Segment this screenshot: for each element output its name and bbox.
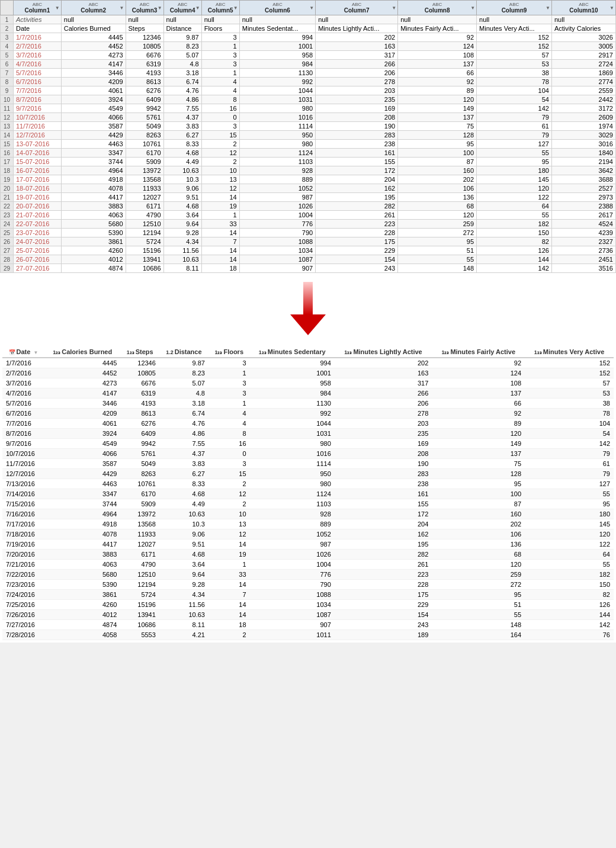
bottom-powerbi-table: 📅Date ▼ 1₂₃Calories Burned 1₂₃Steps 1.2D…	[0, 344, 616, 643]
table-row: 2018-07-20164078119339.06121052162106120…	[1, 184, 616, 193]
table-row: 31/7/20164445123469.873994202921523026	[1, 33, 616, 42]
table-row: 12/7/2016442982636.271595028312879	[2, 469, 614, 479]
table-row: 2523-07-20165390121949.28147902282721504…	[1, 229, 616, 237]
pbi-col-date[interactable]: 📅Date ▼	[2, 346, 44, 358]
pbi-header-row: 📅Date ▼ 1₂₃Calories Burned 1₂₃Steps 1.2D…	[2, 346, 614, 358]
col-header-9[interactable]: ABC Column9 ▼	[477, 1, 552, 15]
table-row: 1210/7/2016406657614.3701016208137792609	[1, 113, 616, 122]
table-row: 7/28/2016405855534.212101118916476	[2, 630, 614, 640]
row-1-activities: 1 Activities null null null null null nu…	[1, 15, 616, 24]
svg-rect-0	[303, 282, 313, 314]
col-header-7[interactable]: ABC Column7 ▼	[316, 1, 398, 15]
pbi-col-floors[interactable]: 1₂₃Floors	[208, 346, 250, 358]
table-row: 1816-07-201649641397210.6310928172160180…	[1, 166, 616, 175]
table-row: 8/7/2016392464094.868103123512054	[2, 429, 614, 439]
table-row: 7/17/201649181356810.313889204202145	[2, 519, 614, 529]
row-2-col-names: 2 Date Calories Burned Steps Distance Fl…	[1, 24, 616, 33]
column-header-row: ABC Column1 ▼ ABC Column2 ▼ ABC Column3 …	[1, 1, 616, 15]
table-row: 75/7/2016344641933.181113020666381869	[1, 69, 616, 78]
table-row: 2725-07-201642601519611.5614103422951126…	[1, 246, 616, 255]
table-row: 1311/7/2016358750493.833111419075611974	[1, 122, 616, 131]
pbi-col-sedentary[interactable]: 1₂₃Minutes Sedentary	[250, 346, 335, 358]
col-header-3[interactable]: ABC Column3 ▼	[126, 1, 163, 15]
col-header-1[interactable]: ABC Column1 ▼	[14, 1, 62, 15]
down-arrow-icon	[290, 279, 326, 338]
table-row: 9/7/2016454999427.5516980169149142	[2, 439, 614, 449]
table-row: 7/27/20164874106868.1118907243148142	[2, 620, 614, 630]
top-table-body: 31/7/20164445123469.87399420292152302642…	[1, 33, 616, 273]
table-row: 2826-07-201640121394110.6314108715455144…	[1, 255, 616, 264]
arrow-section	[0, 273, 616, 344]
table-row: 7/21/2016406347903.641100426112055	[2, 560, 614, 570]
table-row: 53/7/2016427366765.073958317108572917	[1, 51, 616, 60]
table-row: 2220-07-2016388361714.681910262826864238…	[1, 202, 616, 211]
table-row: 7/15/2016374459094.49211031558795	[2, 499, 614, 509]
table-row: 7/23/20165390121949.2814790228272150	[2, 580, 614, 590]
table-row: 11/7/2016358750493.83311141907561	[2, 459, 614, 469]
table-row: 42/7/20164452108058.23110011631241523005	[1, 42, 616, 51]
table-row: 1715-07-2016374459094.492110315587952194	[1, 158, 616, 166]
pbi-col-distance[interactable]: 1.2Distance	[159, 346, 208, 358]
table-row: 64/7/2016414763194.83984266137532724	[1, 60, 616, 69]
table-row: 4/7/2016414763194.8398426613753	[2, 388, 614, 399]
table-row: 108/7/2016392464094.8681031235120542442	[1, 95, 616, 104]
table-row: 5/7/2016344641933.18111302066638	[2, 399, 614, 409]
col-header-6[interactable]: ABC Column6 ▼	[239, 1, 315, 15]
table-row: 7/14/2016334761704.6812112416110055	[2, 489, 614, 499]
table-row: 1917-07-201649181356810.3138892042021453…	[1, 175, 616, 184]
svg-marker-1	[290, 314, 326, 335]
col-header-8[interactable]: ABC Column8 ▼	[398, 1, 477, 15]
col-header-4[interactable]: ABC Column4 ▼	[163, 1, 201, 15]
table-row: 7/22/20165680125109.6433776223259182	[2, 570, 614, 580]
excel-table: ABC Column1 ▼ ABC Column2 ▼ ABC Column3 …	[0, 0, 616, 273]
table-row: 2927-07-20164874106868.11189072431481423…	[1, 264, 616, 273]
table-row: 7/20/2016388361714.681910262826864	[2, 550, 614, 560]
col-header-5[interactable]: ABC Column5 ▼	[201, 1, 239, 15]
table-row: 2119-07-20164417120279.51149871951361222…	[1, 193, 616, 202]
table-row: 3/7/2016427366765.07395831710857	[2, 378, 614, 388]
table-row: 86/7/2016420986136.74499227892782774	[1, 78, 616, 86]
table-row: 1412/7/2016442982636.2715950283128793029	[1, 131, 616, 140]
table-row: 7/13/20164463107618.33298023895127	[2, 479, 614, 489]
table-row: 1/7/20164445123469.87399420292152	[2, 358, 614, 368]
table-row: 2321-07-2016406347903.641100426112055261…	[1, 211, 616, 220]
table-row: 7/7/2016406162764.764104420389104	[2, 419, 614, 429]
col-header-2[interactable]: ABC Column2 ▼	[61, 1, 126, 15]
top-spreadsheet: ABC Column1 ▼ ABC Column2 ▼ ABC Column3 …	[0, 0, 616, 273]
table-row: 7/24/2016386157244.34710881759582	[2, 590, 614, 600]
pbi-table-body: 1/7/20164445123469.873994202921522/7/201…	[2, 358, 614, 640]
table-row: 7/19/20164417120279.5114987195136122	[2, 539, 614, 550]
col-header-10[interactable]: ABC Column10 ▼	[551, 1, 615, 15]
table-row: 2/7/20164452108058.2311001163124152	[2, 368, 614, 378]
table-row: 7/16/201649641397210.6310928172160180	[2, 509, 614, 519]
pbi-col-lightly-active[interactable]: 1₂₃Minutes Lightly Active	[335, 346, 432, 358]
table-row: 119/7/2016454999427.55169801691491423172	[1, 104, 616, 113]
table-row: 7/25/201642601519611.5614103422951126	[2, 600, 614, 610]
table-row: 97/7/2016406162764.7641044203891042559	[1, 86, 616, 95]
table-row: 10/7/2016406657614.370101620813779	[2, 449, 614, 459]
powerbi-data-table: 📅Date ▼ 1₂₃Calories Burned 1₂₃Steps 1.2D…	[2, 346, 614, 640]
table-row: 1513-07-20164463107618.33298023895127301…	[1, 140, 616, 149]
pbi-col-calories-burned[interactable]: 1₂₃Calories Burned	[44, 346, 121, 358]
table-row: 2422-07-20165680125109.64337762232591824…	[1, 220, 616, 229]
pbi-col-steps[interactable]: 1₂₃Steps	[120, 346, 159, 358]
pbi-col-fairly-active[interactable]: 1₂₃Minutes Fairly Active	[432, 346, 525, 358]
table-row: 1614-07-2016334761704.681211241611005518…	[1, 149, 616, 158]
table-row: 2624-07-2016386157244.347108817595822327	[1, 237, 616, 246]
table-row: 6/7/2016420986136.7449922789278	[2, 409, 614, 419]
row-number-header	[1, 1, 14, 15]
table-row: 7/18/20164078119339.06121052162106120	[2, 529, 614, 539]
table-row: 7/26/201640121394110.6314108715455144	[2, 610, 614, 620]
pbi-col-very-active[interactable]: 1₂₃Minutes Very Active	[525, 346, 614, 358]
